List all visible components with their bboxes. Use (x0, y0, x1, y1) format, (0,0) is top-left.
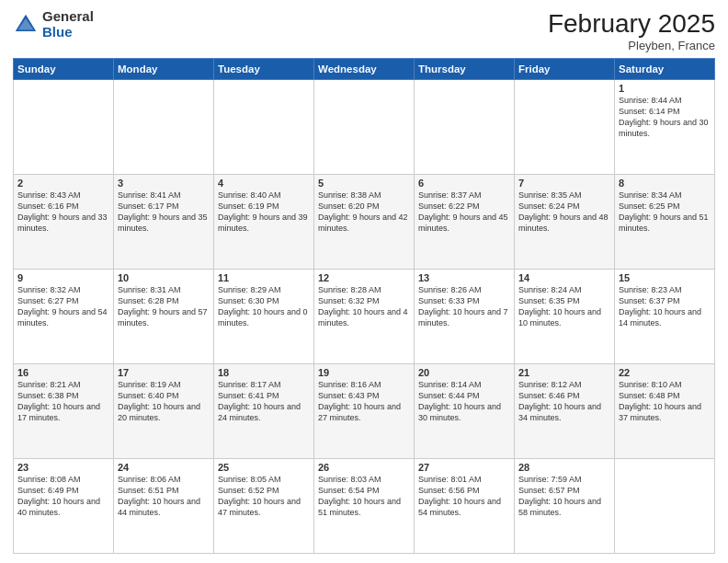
day-cell: 5Sunrise: 8:38 AM Sunset: 6:20 PM Daylig… (314, 175, 415, 270)
day-cell: 20Sunrise: 8:14 AM Sunset: 6:44 PM Dayli… (415, 364, 515, 459)
day-number: 27 (418, 462, 510, 473)
day-info: Sunrise: 8:24 AM Sunset: 6:35 PM Dayligh… (518, 284, 610, 329)
day-info: Sunrise: 8:17 AM Sunset: 6:41 PM Dayligh… (218, 379, 310, 424)
day-cell (114, 80, 214, 175)
day-cell: 10Sunrise: 8:31 AM Sunset: 6:28 PM Dayli… (114, 270, 214, 364)
day-number: 2 (17, 178, 109, 189)
day-number: 19 (318, 367, 410, 378)
day-info: Sunrise: 8:23 AM Sunset: 6:37 PM Dayligh… (619, 284, 711, 329)
day-info: Sunrise: 8:16 AM Sunset: 6:43 PM Dayligh… (318, 379, 410, 424)
logo-icon (13, 12, 39, 38)
day-cell: 8Sunrise: 8:34 AM Sunset: 6:25 PM Daylig… (615, 175, 715, 270)
day-info: Sunrise: 8:21 AM Sunset: 6:38 PM Dayligh… (17, 379, 109, 424)
day-number: 5 (318, 178, 410, 189)
day-number: 20 (418, 367, 510, 378)
header: General Blue February 2025 Pleyben, Fran… (13, 9, 715, 52)
day-info: Sunrise: 8:31 AM Sunset: 6:28 PM Dayligh… (118, 284, 210, 329)
day-cell: 12Sunrise: 8:28 AM Sunset: 6:32 PM Dayli… (314, 270, 415, 364)
week-row-2: 2Sunrise: 8:43 AM Sunset: 6:16 PM Daylig… (14, 175, 715, 270)
calendar-table: SundayMondayTuesdayWednesdayThursdayFrid… (13, 58, 715, 554)
day-cell: 15Sunrise: 8:23 AM Sunset: 6:37 PM Dayli… (615, 270, 715, 364)
title-area: February 2025 Pleyben, France (548, 9, 715, 52)
day-header-thursday: Thursday (415, 59, 515, 80)
day-cell: 28Sunrise: 7:59 AM Sunset: 6:57 PM Dayli… (515, 459, 615, 554)
day-info: Sunrise: 8:19 AM Sunset: 6:40 PM Dayligh… (118, 379, 210, 424)
day-cell (214, 80, 314, 175)
day-number: 23 (17, 462, 109, 473)
day-number: 7 (518, 178, 610, 189)
page: General Blue February 2025 Pleyben, Fran… (0, 0, 728, 563)
day-cell: 24Sunrise: 8:06 AM Sunset: 6:51 PM Dayli… (114, 459, 214, 554)
logo-general: General (42, 9, 94, 25)
day-header-friday: Friday (515, 59, 615, 80)
day-number: 26 (318, 462, 410, 473)
day-number: 6 (418, 178, 510, 189)
week-row-4: 16Sunrise: 8:21 AM Sunset: 6:38 PM Dayli… (14, 364, 715, 459)
week-row-3: 9Sunrise: 8:32 AM Sunset: 6:27 PM Daylig… (14, 270, 715, 364)
day-header-wednesday: Wednesday (314, 59, 415, 80)
day-cell (515, 80, 615, 175)
day-header-saturday: Saturday (615, 59, 715, 80)
day-number: 24 (118, 462, 210, 473)
logo-text: General Blue (42, 9, 94, 40)
day-number: 8 (619, 178, 711, 189)
day-number: 1 (619, 83, 711, 94)
location: Pleyben, France (548, 39, 715, 52)
day-info: Sunrise: 8:34 AM Sunset: 6:25 PM Dayligh… (619, 190, 711, 235)
day-cell: 4Sunrise: 8:40 AM Sunset: 6:19 PM Daylig… (214, 175, 314, 270)
day-info: Sunrise: 8:26 AM Sunset: 6:33 PM Dayligh… (418, 284, 510, 329)
day-info: Sunrise: 8:10 AM Sunset: 6:48 PM Dayligh… (619, 379, 711, 424)
day-cell: 19Sunrise: 8:16 AM Sunset: 6:43 PM Dayli… (314, 364, 415, 459)
day-info: Sunrise: 8:08 AM Sunset: 6:49 PM Dayligh… (17, 474, 109, 519)
day-cell: 7Sunrise: 8:35 AM Sunset: 6:24 PM Daylig… (515, 175, 615, 270)
day-number: 11 (218, 272, 310, 283)
day-info: Sunrise: 7:59 AM Sunset: 6:57 PM Dayligh… (518, 474, 610, 519)
day-info: Sunrise: 8:05 AM Sunset: 6:52 PM Dayligh… (218, 474, 310, 519)
day-number: 13 (418, 272, 510, 283)
day-info: Sunrise: 8:41 AM Sunset: 6:17 PM Dayligh… (118, 190, 210, 235)
day-header-sunday: Sunday (14, 59, 114, 80)
day-number: 3 (118, 178, 210, 189)
day-cell: 9Sunrise: 8:32 AM Sunset: 6:27 PM Daylig… (14, 270, 114, 364)
day-cell: 21Sunrise: 8:12 AM Sunset: 6:46 PM Dayli… (515, 364, 615, 459)
day-info: Sunrise: 8:44 AM Sunset: 6:14 PM Dayligh… (619, 95, 711, 140)
day-cell: 13Sunrise: 8:26 AM Sunset: 6:33 PM Dayli… (415, 270, 515, 364)
day-cell: 11Sunrise: 8:29 AM Sunset: 6:30 PM Dayli… (214, 270, 314, 364)
day-number: 28 (518, 462, 610, 473)
week-row-1: 1Sunrise: 8:44 AM Sunset: 6:14 PM Daylig… (14, 80, 715, 175)
logo: General Blue (13, 9, 94, 40)
day-number: 15 (619, 272, 711, 283)
day-number: 17 (118, 367, 210, 378)
day-cell: 17Sunrise: 8:19 AM Sunset: 6:40 PM Dayli… (114, 364, 214, 459)
day-number: 18 (218, 367, 310, 378)
day-cell (615, 459, 715, 554)
day-number: 9 (17, 272, 109, 283)
week-row-5: 23Sunrise: 8:08 AM Sunset: 6:49 PM Dayli… (14, 459, 715, 554)
day-header-tuesday: Tuesday (214, 59, 314, 80)
day-info: Sunrise: 8:01 AM Sunset: 6:56 PM Dayligh… (418, 474, 510, 519)
day-info: Sunrise: 8:35 AM Sunset: 6:24 PM Dayligh… (518, 190, 610, 235)
day-cell: 16Sunrise: 8:21 AM Sunset: 6:38 PM Dayli… (14, 364, 114, 459)
day-cell: 2Sunrise: 8:43 AM Sunset: 6:16 PM Daylig… (14, 175, 114, 270)
day-info: Sunrise: 8:12 AM Sunset: 6:46 PM Dayligh… (518, 379, 610, 424)
day-number: 10 (118, 272, 210, 283)
logo-blue: Blue (42, 25, 94, 40)
day-info: Sunrise: 8:14 AM Sunset: 6:44 PM Dayligh… (418, 379, 510, 424)
day-cell: 22Sunrise: 8:10 AM Sunset: 6:48 PM Dayli… (615, 364, 715, 459)
day-cell: 3Sunrise: 8:41 AM Sunset: 6:17 PM Daylig… (114, 175, 214, 270)
day-cell (14, 80, 114, 175)
day-cell: 27Sunrise: 8:01 AM Sunset: 6:56 PM Dayli… (415, 459, 515, 554)
day-info: Sunrise: 8:40 AM Sunset: 6:19 PM Dayligh… (218, 190, 310, 235)
day-info: Sunrise: 8:38 AM Sunset: 6:20 PM Dayligh… (318, 190, 410, 235)
day-number: 25 (218, 462, 310, 473)
day-cell: 1Sunrise: 8:44 AM Sunset: 6:14 PM Daylig… (615, 80, 715, 175)
calendar-body: 1Sunrise: 8:44 AM Sunset: 6:14 PM Daylig… (14, 80, 715, 554)
day-info: Sunrise: 8:06 AM Sunset: 6:51 PM Dayligh… (118, 474, 210, 519)
day-header-monday: Monday (114, 59, 214, 80)
day-cell: 26Sunrise: 8:03 AM Sunset: 6:54 PM Dayli… (314, 459, 415, 554)
day-cell: 25Sunrise: 8:05 AM Sunset: 6:52 PM Dayli… (214, 459, 314, 554)
day-number: 14 (518, 272, 610, 283)
calendar-header: SundayMondayTuesdayWednesdayThursdayFrid… (14, 59, 715, 80)
day-info: Sunrise: 8:03 AM Sunset: 6:54 PM Dayligh… (318, 474, 410, 519)
day-info: Sunrise: 8:43 AM Sunset: 6:16 PM Dayligh… (17, 190, 109, 235)
